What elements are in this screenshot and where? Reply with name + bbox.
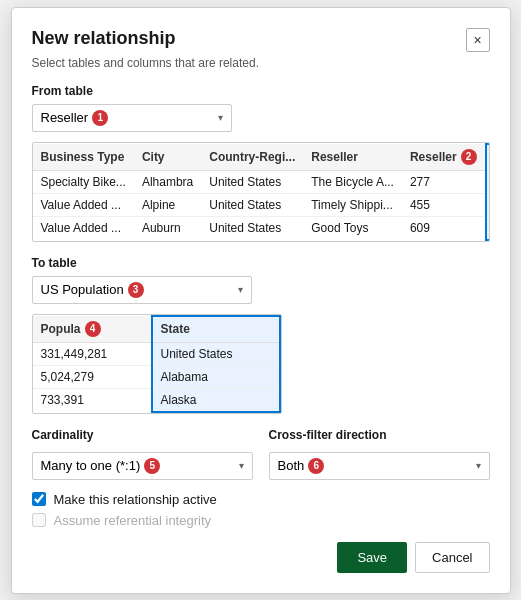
from-table-badge: 1 [92,110,108,126]
cell-city: Alpine [134,193,201,216]
cardinality-crossfilter-section: Cardinality Many to one (*:1) 5 ▾ Cross-… [32,428,490,480]
cardinality-chevron-icon: ▾ [239,460,244,471]
to-table-header-row: Popula4 State [33,316,280,343]
cell-country: United States [201,170,303,193]
col-population: Popula4 [33,316,152,343]
cell-reseller-name: Good Toys [303,216,402,240]
cell-city: Alhambra [134,170,201,193]
table-row: 5,024,279 Alabama [33,365,280,388]
save-button[interactable]: Save [337,542,407,573]
to-table-dropdown[interactable]: US Population 3 ▾ [32,276,252,304]
cancel-button[interactable]: Cancel [415,542,489,573]
from-table-value-row: Reseller 1 [41,110,109,126]
table-row: 733,391 Alaska [33,388,280,412]
cell-reseller-num: 609 [402,216,486,240]
population-badge: 4 [85,321,101,337]
modal-title: New relationship [32,28,176,49]
col-business-type: Business Type [33,144,134,171]
cell-business-type: Specialty Bike... [33,170,134,193]
cardinality-value-row: Many to one (*:1) 5 [41,458,161,474]
cardinality-badge: 5 [144,458,160,474]
cell-reseller-name: The Bicycle A... [303,170,402,193]
referential-integrity-checkbox[interactable] [32,513,46,527]
col-state-province[interactable]: State-Province [486,144,490,171]
crossfilter-badge: 6 [308,458,324,474]
cell-state-province: California [486,216,490,240]
crossfilter-value-row: Both 6 [278,458,325,474]
col-reseller: Reseller [303,144,402,171]
from-table-value: Reseller [41,110,89,125]
to-table-badge: 3 [128,282,144,298]
referential-integrity-label: Assume referential integrity [54,513,212,528]
modal-subtitle: Select tables and columns that are relat… [32,56,490,70]
referential-integrity-row: Assume referential integrity [32,513,490,528]
cell-country: United States [201,193,303,216]
active-relationship-checkbox[interactable] [32,492,46,506]
crossfilter-chevron-icon: ▾ [476,460,481,471]
table-row: Value Added ... Auburn United States Goo… [33,216,490,240]
from-table-preview: Business Type City Country-Regi... Resel… [32,142,490,242]
crossfilter-label: Cross-filter direction [269,428,490,442]
cell-country: United States [201,216,303,240]
cell-population: 331,449,281 [33,342,152,365]
cell-population: 5,024,279 [33,365,152,388]
from-table-chevron-icon: ▾ [218,112,223,123]
col-state[interactable]: State [152,316,280,343]
cell-business-type: Value Added ... [33,193,134,216]
cell-population: 733,391 [33,388,152,412]
cardinality-label: Cardinality [32,428,253,442]
to-table-preview: Popula4 State 331,449,281 United States … [32,314,282,414]
cell-state: Alabama [152,365,280,388]
cell-state: Alaska [152,388,280,412]
table-row: Value Added ... Alpine United States Tim… [33,193,490,216]
footer-buttons: Save Cancel [32,542,490,573]
cell-city: Auburn [134,216,201,240]
cell-business-type: Value Added ... [33,216,134,240]
cell-state-province: California [486,193,490,216]
active-relationship-row: Make this relationship active [32,492,490,507]
active-relationship-label: Make this relationship active [54,492,217,507]
cardinality-value: Many to one (*:1) [41,458,141,473]
cell-reseller-num: 277 [402,170,486,193]
cardinality-group: Cardinality Many to one (*:1) 5 ▾ [32,428,253,480]
cell-reseller-num: 455 [402,193,486,216]
from-table-dropdown[interactable]: Reseller 1 ▾ [32,104,232,132]
crossfilter-value: Both [278,458,305,473]
col-country-region: Country-Regi... [201,144,303,171]
to-table-chevron-icon: ▾ [238,284,243,295]
to-table-value-row: US Population 3 [41,282,144,298]
from-table-data: Business Type City Country-Regi... Resel… [33,143,490,241]
col-city: City [134,144,201,171]
to-table-label: To table [32,256,490,270]
reseller-badge: 2 [461,149,477,165]
from-table-label: From table [32,84,490,98]
table-row: 331,449,281 United States [33,342,280,365]
cell-state-province: California [486,170,490,193]
to-table-value: US Population [41,282,124,297]
from-table-header-row: Business Type City Country-Regi... Resel… [33,144,490,171]
crossfilter-dropdown[interactable]: Both 6 ▾ [269,452,490,480]
cardinality-dropdown[interactable]: Many to one (*:1) 5 ▾ [32,452,253,480]
new-relationship-modal: New relationship × Select tables and col… [11,7,511,594]
modal-header: New relationship × [32,28,490,52]
close-button[interactable]: × [466,28,490,52]
cell-reseller-name: Timely Shippi... [303,193,402,216]
to-table-data: Popula4 State 331,449,281 United States … [33,315,281,413]
cell-state: United States [152,342,280,365]
crossfilter-group: Cross-filter direction Both 6 ▾ [269,428,490,480]
table-row: Specialty Bike... Alhambra United States… [33,170,490,193]
col-reseller-num: Reseller2 [402,144,486,171]
